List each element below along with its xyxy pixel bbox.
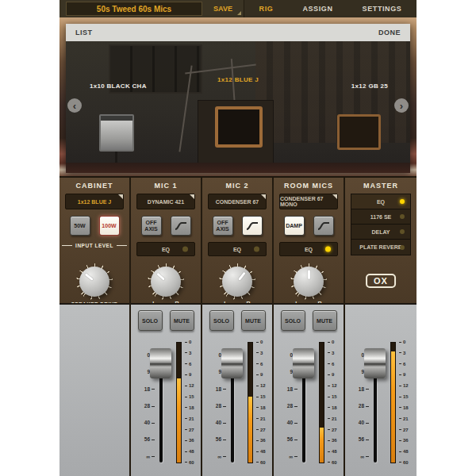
scale-label: 18: [399, 405, 409, 410]
room-mics-eq-button[interactable]: EQ: [279, 242, 338, 256]
scale-label: 15: [399, 394, 409, 399]
done-button[interactable]: DONE: [378, 29, 401, 36]
scale-label: ∞: [131, 455, 155, 460]
off-axis-button[interactable]: OFF AXIS: [141, 216, 162, 236]
scale-label: 40: [345, 420, 369, 426]
mic1-eq-button[interactable]: EQ: [136, 242, 195, 256]
eq-label: EQ: [305, 247, 313, 252]
mic2-eq-button[interactable]: EQ: [208, 242, 267, 256]
mic1-solo-button[interactable]: SOLO: [138, 310, 163, 331]
scale-label: 3: [185, 351, 194, 355]
cabinet-thumb-1x10-black-cha[interactable]: [99, 114, 134, 152]
scale-label: 48: [399, 449, 409, 454]
low-cut-filter-button[interactable]: [171, 216, 191, 236]
cabinet-thumb-1x12-gb-25[interactable]: [337, 114, 381, 150]
cabinet-select-dropdown[interactable]: 1x12 BLUE J: [65, 194, 124, 209]
ox-app: 50s Tweed 60s Mics SAVE RIG ASSIGN SETTI…: [60, 0, 416, 476]
save-button[interactable]: SAVE: [202, 0, 244, 17]
scale-label: 9: [399, 372, 409, 377]
scale-label: 60: [399, 460, 409, 465]
mic2-pan-knob[interactable]: [219, 263, 255, 300]
mic1-fader-block: 0918284056∞ 03691215182127364860: [131, 337, 202, 472]
master-1176-row[interactable]: 1176 SE: [351, 209, 410, 225]
fader-handle[interactable]: [293, 348, 314, 378]
cabinet-thumb-1x12-blue-j[interactable]: [215, 106, 263, 148]
scale-label: 56: [202, 437, 226, 443]
level-meter: [319, 342, 324, 463]
mic2-solo-button[interactable]: SOLO: [209, 310, 234, 331]
scale-label: ∞: [202, 455, 226, 460]
tab-assign[interactable]: ASSIGN: [302, 5, 332, 13]
channel-title: ROOM MICS: [274, 182, 344, 190]
speaker-drive-knob[interactable]: [76, 263, 113, 300]
level-meter: [248, 342, 253, 463]
mic2-select-dropdown[interactable]: CONDENSER 67: [208, 194, 267, 209]
scale-label: 27: [399, 428, 409, 432]
scale-label: ∞: [274, 455, 298, 460]
damp-button[interactable]: DAMP: [284, 216, 305, 236]
room-mics-pan-knob[interactable]: [290, 263, 327, 300]
scale-label: 28: [131, 404, 155, 409]
scale-label: 12: [185, 383, 194, 388]
watt-50w-button[interactable]: 50W: [70, 216, 90, 236]
scale-label: 15: [185, 394, 194, 399]
room-mics-mute-button[interactable]: MUTE: [313, 310, 337, 331]
scale-label: 40: [202, 420, 226, 426]
cabinet-option-label[interactable]: 1x12 GB 25: [351, 83, 388, 90]
scale-label: 40: [131, 420, 155, 426]
scale-label: 56: [274, 437, 298, 443]
cabinet-picker-header: LIST DONE: [66, 24, 410, 41]
room-mics-select-dropdown[interactable]: CONDENSER 67 MONO: [279, 194, 338, 209]
meter-scale: 03691215182127364860: [256, 340, 266, 465]
mic1-select-dropdown[interactable]: DYNAMIC 421: [136, 194, 195, 209]
meter-fill: [248, 397, 252, 463]
ox-logo: OX: [366, 274, 396, 288]
top-bar: 50s Tweed 60s Mics SAVE RIG ASSIGN SETTI…: [60, 0, 416, 17]
carousel-next-button[interactable]: ›: [394, 98, 409, 113]
master-delay-row[interactable]: DELAY: [351, 225, 410, 240]
chevron-left-icon: ‹: [73, 101, 76, 111]
carousel-prev-button[interactable]: ‹: [67, 98, 82, 113]
scale-label: 18: [256, 405, 266, 410]
knob-pointer: [73, 260, 115, 302]
scale-label: 0: [328, 340, 337, 344]
fader-handle[interactable]: [364, 348, 386, 378]
watt-100w-button[interactable]: 100W: [99, 216, 120, 236]
preset-title[interactable]: 50s Tweed 60s Mics: [66, 2, 202, 16]
scale-label: 18: [185, 405, 194, 410]
tab-rig[interactable]: RIG: [259, 5, 274, 13]
scale-label: 56: [131, 437, 155, 443]
level-meter: [390, 342, 396, 463]
scale-label: 0: [256, 340, 266, 344]
scale-label: 21: [399, 416, 409, 421]
off-axis-button[interactable]: OFF AXIS: [213, 216, 233, 236]
mic1-mute-button[interactable]: MUTE: [170, 310, 194, 331]
scale-label: 48: [328, 449, 337, 454]
channel-master: MASTER EQ 1176 SE DELAY PLA: [345, 178, 416, 476]
mic2-fader-block: 0918284056∞ 03691215182127364860: [202, 337, 274, 472]
scale-label: 18: [131, 387, 155, 393]
filter-curve-icon: [245, 220, 259, 232]
list-button[interactable]: LIST: [75, 29, 93, 36]
master-eq-row[interactable]: EQ: [351, 194, 410, 209]
master-plate-reverb-row[interactable]: PLATE REVERB: [351, 240, 410, 255]
low-cut-filter-button[interactable]: [313, 216, 334, 236]
low-cut-filter-button[interactable]: [242, 216, 263, 236]
room-mics-solo-button[interactable]: SOLO: [281, 310, 305, 331]
scale-label: 36: [256, 438, 266, 443]
mic2-mute-button[interactable]: MUTE: [241, 310, 266, 331]
channel-title: MIC 1: [131, 182, 201, 190]
cabinet-option-label[interactable]: 1x10 BLACK CHA: [90, 83, 147, 90]
fader-handle[interactable]: [150, 348, 171, 378]
tab-settings[interactable]: SETTINGS: [363, 5, 402, 13]
mic1-pan-knob[interactable]: [148, 263, 184, 300]
studio-rug: [66, 163, 410, 173]
scale-label: ∞: [345, 455, 369, 460]
scale-label: 60: [328, 460, 337, 465]
meter-scale: 03691215182127364860: [399, 340, 409, 465]
scale-label: 6: [256, 362, 266, 367]
fader-handle[interactable]: [221, 348, 243, 378]
studio-photo-backdrop: LIST DONE 1x10 BLACK CHA 1x12 BLUE J 1x1…: [60, 17, 416, 176]
effect-status-dot: [400, 214, 405, 219]
input-level-label: INPUT LEVEL: [60, 243, 129, 248]
